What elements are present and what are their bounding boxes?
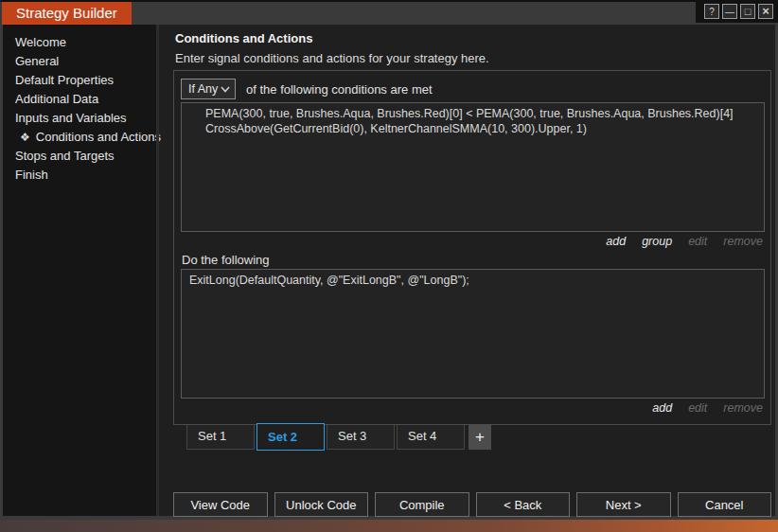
cancel-button[interactable]: Cancel bbox=[678, 492, 772, 517]
view-code-button[interactable]: View Code bbox=[173, 492, 268, 517]
compile-button[interactable]: Compile bbox=[375, 492, 469, 517]
dropdown-selected-value: If Any bbox=[188, 82, 218, 96]
sidebar-item-stops-and-targets[interactable]: Stops and Targets bbox=[3, 147, 156, 166]
chevron-down-icon bbox=[221, 86, 230, 93]
desktop-wallpaper: Strategy Builder ? — □ × Welcome General… bbox=[0, 0, 778, 532]
window-title-text: Strategy Builder bbox=[16, 5, 117, 21]
next-button[interactable]: Next > bbox=[576, 492, 671, 517]
condition-item[interactable]: PEMA(300, true, Brushes.Aqua, Brushes.Re… bbox=[205, 107, 760, 122]
condition-match-dropdown[interactable]: If Any bbox=[181, 79, 236, 99]
sidebar-item-additional-data[interactable]: Additional Data bbox=[3, 90, 156, 109]
window-title: Strategy Builder bbox=[2, 2, 132, 25]
add-condition-link[interactable]: add bbox=[606, 235, 626, 250]
tab-set-2[interactable]: Set 2 bbox=[256, 423, 325, 451]
page-subtitle: Enter signal conditions and actions for … bbox=[173, 51, 771, 65]
tab-set-1[interactable]: Set 1 bbox=[186, 425, 255, 450]
page-title: Conditions and Actions bbox=[173, 29, 771, 45]
strategy-builder-window: Strategy Builder ? — □ × Welcome General… bbox=[0, 0, 778, 520]
conditions-list[interactable]: PEMA(300, true, Brushes.Aqua, Brushes.Re… bbox=[181, 102, 765, 232]
back-button[interactable]: < Back bbox=[476, 492, 571, 517]
sidebar-item-conditions-and-actions[interactable]: ❖ Conditions and Actions bbox=[3, 128, 156, 147]
sidebar-item-label: Conditions and Actions bbox=[36, 131, 161, 144]
add-set-button[interactable]: + bbox=[469, 425, 491, 450]
remove-action-link: remove bbox=[723, 401, 763, 417]
window-body: Welcome General Default Properties Addit… bbox=[3, 25, 775, 516]
sidebar-item-finish[interactable]: Finish bbox=[3, 166, 156, 185]
sidebar: Welcome General Default Properties Addit… bbox=[3, 25, 156, 516]
window-controls: ? — □ × bbox=[696, 0, 778, 23]
conditions-groupbox: If Any of the following conditions are m… bbox=[173, 70, 771, 425]
actions-list[interactable]: ExitLong(DefaultQuantity, @"ExitLongB", … bbox=[181, 269, 765, 399]
actions-links: add edit remove bbox=[181, 401, 763, 417]
remove-condition-link: remove bbox=[723, 235, 763, 250]
tab-set-4[interactable]: Set 4 bbox=[397, 425, 465, 450]
current-step-icon: ❖ bbox=[20, 131, 30, 144]
help-button[interactable]: ? bbox=[704, 4, 719, 19]
sidebar-item-inputs-and-variables[interactable]: Inputs and Variables bbox=[3, 109, 156, 128]
main-panel: Conditions and Actions Enter signal cond… bbox=[159, 25, 775, 516]
close-button[interactable]: × bbox=[758, 4, 773, 19]
condition-match-row: If Any of the following conditions are m… bbox=[181, 79, 765, 99]
action-item[interactable]: ExitLong(DefaultQuantity, @"ExitLongB", … bbox=[189, 274, 760, 289]
add-action-link[interactable]: add bbox=[652, 401, 672, 417]
maximize-button[interactable]: □ bbox=[740, 4, 755, 19]
group-condition-link[interactable]: group bbox=[642, 235, 672, 250]
unlock-code-button[interactable]: Unlock Code bbox=[274, 492, 369, 517]
edit-action-link: edit bbox=[688, 401, 707, 417]
actions-label: Do the following bbox=[182, 253, 765, 267]
condition-item[interactable]: CrossAbove(GetCurrentBid(0), KeltnerChan… bbox=[205, 122, 760, 137]
minimize-button[interactable]: — bbox=[722, 4, 737, 19]
bottom-buttons: View Code Unlock Code Compile < Back Nex… bbox=[173, 492, 771, 517]
tab-set-3[interactable]: Set 3 bbox=[327, 425, 395, 450]
set-tabs: Set 1 Set 2 Set 3 Set 4 + bbox=[186, 425, 771, 451]
edit-condition-link: edit bbox=[688, 235, 707, 250]
sidebar-item-welcome[interactable]: Welcome bbox=[3, 33, 156, 52]
sidebar-item-general[interactable]: General bbox=[3, 52, 156, 71]
titlebar[interactable]: Strategy Builder ? — □ × bbox=[0, 0, 778, 25]
conditions-links: add group edit remove bbox=[181, 235, 763, 250]
sidebar-item-default-properties[interactable]: Default Properties bbox=[3, 71, 156, 90]
match-label: of the following conditions are met bbox=[246, 82, 433, 97]
